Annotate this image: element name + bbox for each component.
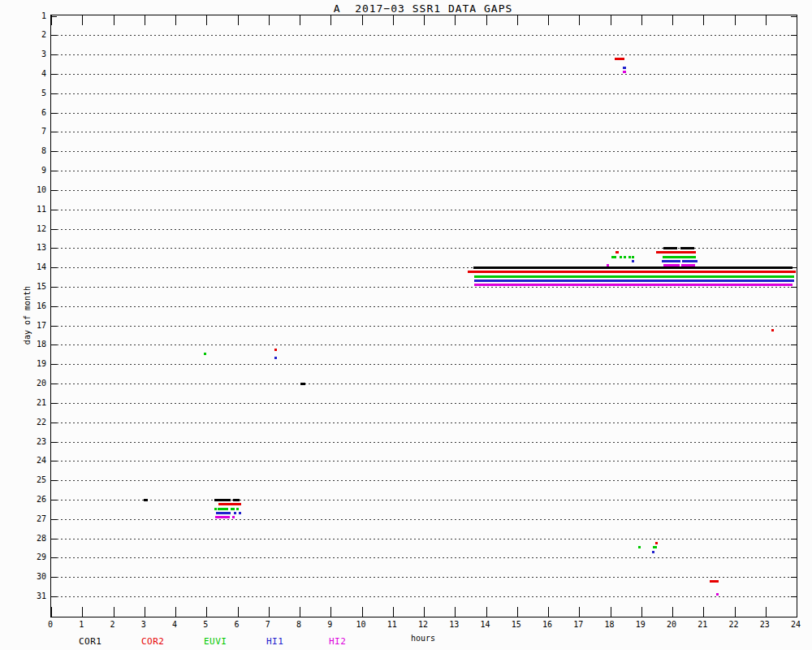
gap-segment [218, 503, 241, 505]
y-axis-tick [51, 500, 57, 500]
y-tick-label: 5 [21, 88, 46, 97]
plot-area [50, 15, 797, 618]
x-tick-label: 24 [791, 620, 801, 630]
x-axis-tick [579, 607, 580, 617]
y-axis-tick [791, 461, 797, 462]
gap-segment [655, 542, 658, 544]
x-tick-label: 10 [356, 620, 365, 630]
gap-segment [663, 256, 696, 258]
gap-segment [615, 251, 619, 254]
x-axis-tick [238, 607, 239, 617]
day-gridline [53, 35, 794, 36]
gap-segment [474, 284, 793, 286]
gap-segment [771, 329, 774, 332]
gap-segment [214, 508, 217, 510]
y-axis-title: day of month [23, 286, 32, 344]
gap-segment [632, 256, 634, 258]
gap-segment [611, 256, 614, 258]
x-tick-label: 19 [636, 620, 646, 630]
gap-segment [652, 551, 654, 553]
x-axis-title: hours [411, 634, 435, 643]
y-axis-tick [51, 151, 57, 152]
gap-segment [620, 256, 622, 258]
gap-segment [236, 508, 239, 510]
x-tick-label: 13 [449, 620, 459, 630]
x-tick-label: 17 [573, 620, 583, 630]
y-tick-label: 24 [21, 456, 46, 465]
x-axis-tick [517, 607, 518, 617]
x-tick-label: 20 [667, 620, 676, 630]
y-axis-tick [791, 16, 797, 17]
day-gridline [53, 442, 794, 443]
legend-item-cor2: COR2 [141, 636, 165, 647]
x-tick-label: 2 [110, 620, 114, 630]
y-tick-label: 30 [21, 572, 46, 581]
y-axis-tick [791, 403, 797, 404]
x-tick-label: 6 [234, 620, 239, 630]
gap-segment [473, 266, 793, 269]
x-tick-label: 14 [480, 620, 490, 630]
x-axis-tick [330, 607, 331, 617]
y-axis-tick [791, 480, 797, 481]
y-tick-label: 15 [21, 281, 46, 290]
x-axis-tick [766, 607, 767, 617]
y-axis-tick [51, 248, 57, 249]
x-axis-tick [145, 607, 145, 617]
x-axis-tick [300, 15, 300, 25]
gap-segment [215, 516, 230, 518]
day-gridline [53, 596, 794, 597]
gap-segment [663, 247, 678, 249]
gap-segment [632, 260, 634, 262]
y-axis-tick [51, 461, 57, 462]
day-gridline [53, 557, 794, 558]
x-axis-tick [579, 15, 580, 25]
y-tick-label: 12 [21, 223, 46, 232]
x-axis-tick [362, 607, 363, 617]
gap-segment [716, 593, 719, 596]
day-gridline [53, 403, 794, 404]
y-axis-tick [51, 113, 57, 114]
day-gridline [53, 210, 794, 210]
x-tick-label: 11 [387, 620, 397, 630]
x-axis-tick [641, 15, 642, 25]
day-gridline [53, 132, 794, 132]
day-gridline [53, 190, 794, 191]
y-tick-label: 10 [21, 184, 46, 193]
y-tick-label: 26 [21, 495, 46, 504]
gap-segment [232, 516, 235, 518]
x-axis-tick [672, 15, 673, 25]
x-tick-label: 1 [79, 620, 84, 630]
x-axis-tick [611, 15, 611, 25]
y-axis-tick [791, 306, 797, 307]
gap-segment [300, 383, 305, 385]
y-tick-label: 25 [21, 475, 46, 484]
x-axis-tick [269, 607, 270, 617]
y-axis-tick [51, 16, 57, 17]
x-tick-label: 12 [418, 620, 428, 630]
gap-segment [662, 260, 680, 262]
y-axis-tick [791, 519, 797, 520]
chart-title: A 2017−03 SSR1 DATA GAPS [50, 2, 796, 15]
y-axis-tick [791, 132, 797, 132]
y-tick-label: 8 [21, 146, 46, 155]
gap-segment [638, 546, 641, 548]
day-gridline [53, 577, 794, 578]
y-tick-label: 31 [21, 592, 46, 600]
y-axis-tick [791, 35, 797, 36]
day-gridline [53, 384, 794, 384]
x-axis-tick [238, 15, 239, 25]
day-gridline [53, 480, 794, 481]
y-tick-label: 28 [21, 533, 46, 542]
x-tick-label: 0 [48, 620, 53, 630]
day-gridline [53, 539, 794, 540]
x-tick-label: 5 [203, 620, 208, 630]
y-axis-tick [51, 519, 57, 520]
legend-item-hi2: HI2 [329, 636, 346, 647]
x-axis-tick [766, 15, 767, 25]
y-tick-label: 19 [21, 359, 46, 368]
x-axis-tick [424, 607, 425, 617]
x-axis-tick [548, 607, 549, 617]
y-axis-tick [51, 326, 57, 327]
y-tick-label: 27 [21, 514, 46, 522]
x-tick-label: 16 [542, 620, 552, 630]
